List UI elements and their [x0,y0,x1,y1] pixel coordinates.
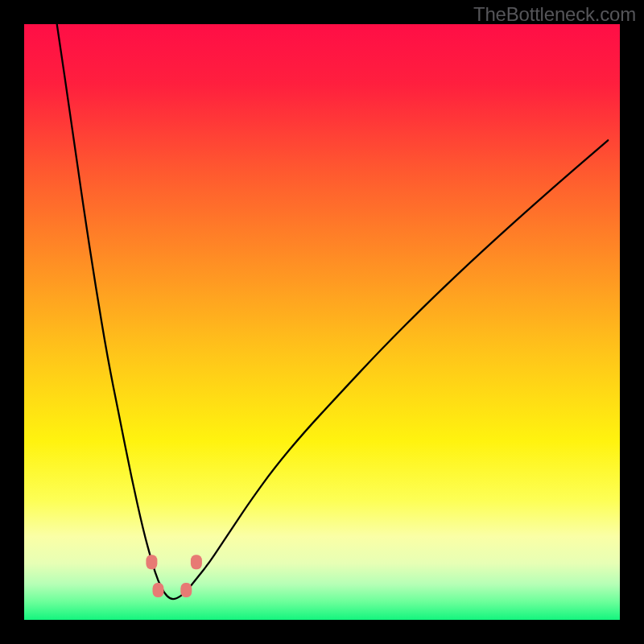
chart-frame [24,24,620,620]
curve-marker [153,583,164,597]
gradient-background [24,24,620,620]
curve-marker [191,555,202,569]
curve-marker [180,583,192,597]
bottleneck-chart [24,24,620,620]
watermark-text: TheBottleneck.com [473,3,636,26]
curve-marker [146,555,157,569]
